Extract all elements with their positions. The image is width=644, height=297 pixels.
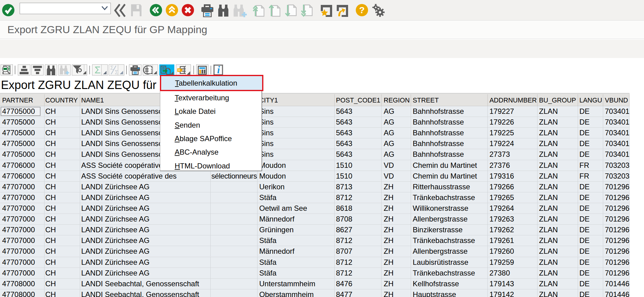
- svg-text:Σ: Σ: [95, 65, 101, 75]
- svg-text:Σ: Σ: [110, 65, 114, 71]
- svg-text:i: i: [217, 65, 220, 75]
- svg-text:?: ?: [359, 5, 365, 15]
- svg-text:Σ: Σ: [115, 69, 118, 75]
